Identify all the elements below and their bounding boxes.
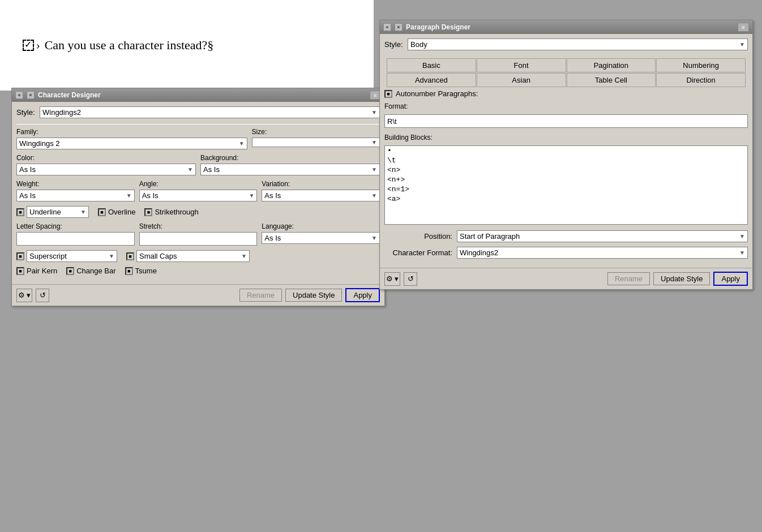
para-refresh-btn[interactable]: ↺ <box>404 272 417 286</box>
building-blocks-list[interactable]: • \t <n> <n+> <n=1> <a> <box>384 145 748 225</box>
para-update-style-btn[interactable]: Update Style <box>653 272 710 285</box>
tab-advanced[interactable]: Advanced <box>387 73 476 87</box>
character-designer-panel: « × Character Designer ≡ Style: Wingding… <box>11 88 385 306</box>
tab-basic[interactable]: Basic <box>387 58 476 72</box>
char-format-label: Character Format: <box>384 248 452 257</box>
tab-pagination[interactable]: Pagination <box>567 58 656 72</box>
family-value: Wingdings 2 <box>19 139 60 148</box>
list-item-tab[interactable]: \t <box>385 156 747 165</box>
para-style-row: Style: Body ▼ <box>384 38 748 50</box>
tsume-checkbox[interactable] <box>125 267 133 275</box>
list-item-nplus[interactable]: <n+> <box>385 175 747 185</box>
letter-spacing-input[interactable] <box>16 232 135 246</box>
para-close-btn[interactable]: × <box>395 23 403 31</box>
para-title: Paragraph Designer <box>406 23 470 31</box>
small-caps-checkbox[interactable] <box>126 252 134 260</box>
change-bar-item: Change Bar <box>66 267 115 275</box>
position-select[interactable]: Start of Paragraph ▼ <box>457 230 748 242</box>
family-arrow: ▼ <box>239 140 245 147</box>
list-item-n[interactable]: <n> <box>385 165 747 175</box>
variation-group: Variation: As Is ▼ <box>262 180 380 201</box>
doc-checkbox[interactable] <box>23 40 34 51</box>
autonumber-checkbox[interactable] <box>384 90 392 98</box>
change-bar-label: Change Bar <box>76 267 115 275</box>
background-select[interactable]: As Is ▼ <box>200 164 380 175</box>
para-content: Style: Body ▼ Basic Font Pagination Numb… <box>380 34 752 268</box>
superscript-select[interactable]: Superscript ▼ <box>27 250 117 262</box>
background-group: Background: As Is ▼ <box>200 154 380 175</box>
tab-font[interactable]: Font <box>477 58 566 72</box>
para-gear-btn[interactable]: ⚙ ▾ <box>384 272 400 286</box>
char-titlebar-left: « × Character Designer <box>15 91 101 99</box>
strikethrough-checkbox[interactable] <box>144 208 152 216</box>
list-item-n1[interactable]: <n=1> <box>385 185 747 194</box>
stretch-input[interactable] <box>139 232 258 246</box>
size-label: Size: <box>252 128 380 136</box>
tab-table-cell[interactable]: Table Cell <box>567 73 656 87</box>
pair-kern-item: Pair Kern <box>16 267 57 275</box>
angle-select[interactable]: As Is ▼ <box>139 190 258 201</box>
char-update-style-btn[interactable]: Update Style <box>285 289 342 302</box>
para-style-select[interactable]: Body ▼ <box>408 38 748 50</box>
position-arrow: ▼ <box>739 233 745 239</box>
tab-numbering[interactable]: Numbering <box>656 58 746 72</box>
background-value: As Is <box>203 165 220 174</box>
position-value: Start of Paragraph <box>460 232 520 241</box>
overline-label: Overline <box>108 208 135 216</box>
char-gear-btn[interactable]: ⚙ ▾ <box>16 289 32 302</box>
underline-select[interactable]: Underline ▼ <box>27 206 89 218</box>
para-apply-btn[interactable]: Apply <box>713 272 748 286</box>
list-item-a[interactable]: <a> <box>385 194 747 204</box>
stretch-group: Stretch: <box>139 222 258 246</box>
small-caps-item: Small Caps ▼ <box>126 250 250 262</box>
format-input[interactable] <box>384 114 748 128</box>
pair-kern-checkbox[interactable] <box>16 267 24 275</box>
sep1 <box>16 124 380 125</box>
color-arrow: ▼ <box>187 166 193 173</box>
para-collapse-btn[interactable]: « <box>383 23 391 31</box>
language-select[interactable]: As Is ▼ <box>262 232 380 244</box>
small-caps-select[interactable]: Small Caps ▼ <box>136 250 250 262</box>
autonumber-row: Autonumber Paragraphs: <box>384 89 748 98</box>
char-apply-btn[interactable]: Apply <box>345 288 380 302</box>
para-rename-btn[interactable]: Rename <box>607 272 650 285</box>
building-blocks-label: Building Blocks: <box>384 134 748 141</box>
small-caps-arrow: ▼ <box>241 253 247 259</box>
char-rename-btn[interactable]: Rename <box>239 289 282 302</box>
angle-label: Angle: <box>139 180 258 188</box>
pair-kern-label: Pair Kern <box>27 267 57 275</box>
superscript-checkbox[interactable] <box>16 252 24 260</box>
char-refresh-btn[interactable]: ↺ <box>36 289 49 302</box>
list-item-bullet[interactable]: • <box>385 146 747 156</box>
format-label: Format: <box>384 102 748 110</box>
underline-checkbox[interactable] <box>16 208 24 216</box>
position-label: Position: <box>384 232 452 241</box>
underline-row: Underline ▼ Overline Strikethrough <box>16 206 380 218</box>
family-select[interactable]: Wingdings 2 ▼ <box>16 138 247 149</box>
char-collapse-btn[interactable]: « <box>15 91 23 99</box>
family-label: Family: <box>16 128 247 136</box>
format-group: Format: <box>384 102 748 128</box>
size-select[interactable]: ▼ <box>252 138 380 147</box>
char-close-btn[interactable]: × <box>27 91 35 99</box>
document-area: › Can you use a character instead?§ <box>0 0 374 91</box>
tab-direction[interactable]: Direction <box>656 73 746 87</box>
char-style-select[interactable]: Wingdings2 ▼ <box>40 106 380 118</box>
char-style-value: Wingdings2 <box>42 108 81 117</box>
para-titlebar-left: « × Paragraph Designer <box>383 23 470 31</box>
letter-spacing-label: Letter Spacing: <box>16 222 135 230</box>
position-row: Position: Start of Paragraph ▼ <box>384 230 748 242</box>
overline-checkbox[interactable] <box>98 208 106 216</box>
change-bar-checkbox[interactable] <box>66 267 74 275</box>
angle-value: As Is <box>142 191 159 200</box>
color-select[interactable]: As Is ▼ <box>16 164 196 175</box>
weight-select[interactable]: As Is ▼ <box>16 190 135 201</box>
angle-group: Angle: As Is ▼ <box>139 180 258 201</box>
stretch-label: Stretch: <box>139 222 258 230</box>
tab-asian[interactable]: Asian <box>477 73 566 87</box>
para-tabs: Basic Font Pagination Numbering Advanced… <box>384 56 748 89</box>
para-menu-btn[interactable]: ≡ <box>738 23 749 32</box>
angle-arrow: ▼ <box>249 192 254 199</box>
char-format-select[interactable]: Wingdings2 ▼ <box>457 247 748 259</box>
variation-select[interactable]: As Is ▼ <box>262 190 380 201</box>
